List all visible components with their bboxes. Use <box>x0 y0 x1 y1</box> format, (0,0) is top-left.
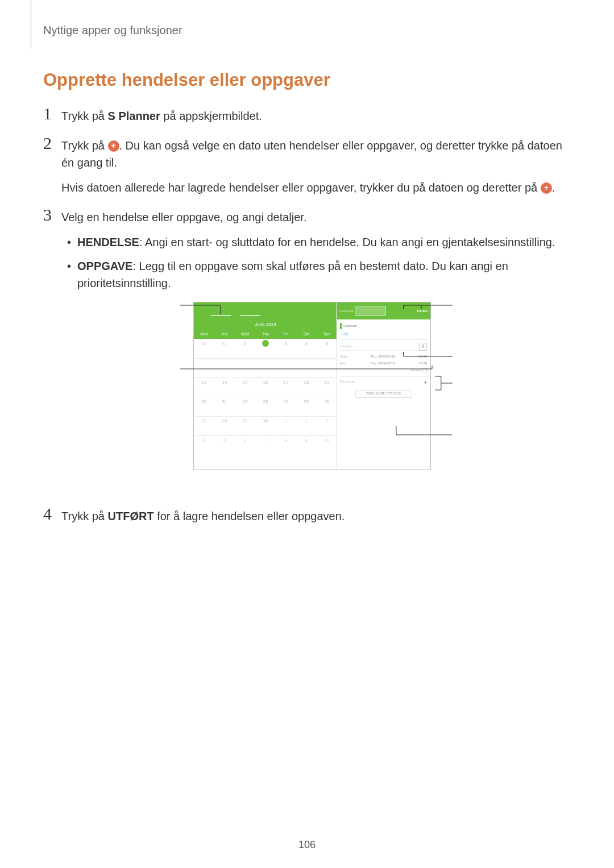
calendar-day: 2 <box>296 416 317 435</box>
map-pin-icon[interactable]: ⚲ <box>419 343 427 351</box>
page-number: 106 <box>0 839 614 851</box>
calendar-day: 10 <box>317 435 337 455</box>
step-1: 1 Trykk på S Planner på appskjermbildet. <box>43 107 571 124</box>
text: Hvis datoen allerede har lagrede hendels… <box>61 181 541 194</box>
calendar-day: 17 <box>276 377 296 397</box>
calendar-day: 24 <box>276 397 296 416</box>
end-time: 17:00 <box>418 361 427 366</box>
reminder-label: Reminder <box>340 379 355 387</box>
calendar-day <box>296 358 317 377</box>
step-2: 2 Trykk på +. Du kan også velge en dato … <box>43 137 571 196</box>
step-number: 4 <box>43 505 61 522</box>
reminder-row[interactable]: Reminder + <box>340 376 427 387</box>
calendar-grid: 30 31 1 2 3 4 5 <box>194 339 337 455</box>
calendar-day: 1 <box>276 416 296 435</box>
calendar-day: 18 <box>296 377 317 397</box>
day-header: Fri <box>276 331 296 338</box>
step-body: Trykk på +. Du kan også velge en dato ut… <box>61 137 571 196</box>
all-day-checkbox[interactable] <box>422 368 427 372</box>
end-date-row[interactable]: End Thu, 02/06/2014 17:00 <box>340 361 427 366</box>
calendar-day <box>276 358 296 377</box>
step-4: 4 Trykk på UTFØRT for å lagre hendelsen … <box>43 508 571 525</box>
text: . Du kan også velge en dato uten hendels… <box>61 139 562 169</box>
calendar-day: 3 <box>317 416 337 435</box>
text: Velg en hendelse eller oppgave, og angi … <box>61 209 571 226</box>
day-header: Sat <box>296 331 317 338</box>
step-body: Trykk på UTFØRT for å lagre hendelsen el… <box>61 508 571 525</box>
day-header: Sun <box>317 331 337 338</box>
done-label: UTFØRT <box>108 510 154 522</box>
calendar-day: 3 <box>276 339 296 358</box>
all-day-row[interactable]: All day <box>340 368 427 373</box>
plus-icon: + <box>541 182 552 194</box>
calendar-day: 30 <box>255 416 276 435</box>
calendar-day <box>317 358 337 377</box>
title-input[interactable]: Title <box>340 330 427 339</box>
step-body: Velg en hendelse eller oppgave, og angi … <box>61 209 571 495</box>
step-3: 3 Velg en hendelse eller oppgave, og ang… <box>43 209 571 495</box>
calendar-day: 6 <box>235 435 255 455</box>
diagram: Velg et element. Legg ved et kart som vi… <box>61 302 571 484</box>
calendar-day: 31 <box>214 339 235 358</box>
calendar-day <box>214 358 235 377</box>
text: Trykk på <box>61 510 108 522</box>
bullet-event: HENDELSE: Angi en start- og sluttdato fo… <box>61 234 571 251</box>
start-value: Thu, 02/06/2014 <box>370 354 395 359</box>
calendar-day: 27 <box>194 416 214 435</box>
calendar-tab-indicator <box>240 315 260 316</box>
calendar-day-headers: Mon Tue Wed Thu Fri Sat Sun <box>194 330 337 339</box>
calendar-day: 28 <box>214 416 235 435</box>
page-container: Nyttige apper og funksjoner Opprette hen… <box>0 0 614 525</box>
day-header: Mon <box>194 331 214 338</box>
day-header: Thu <box>255 331 276 338</box>
calendar-day-today: 2 <box>255 339 276 358</box>
calendar-day: 14 <box>214 377 235 397</box>
left-margin-rule <box>31 0 31 49</box>
text: på appskjermbildet. <box>160 110 262 122</box>
calendar-day: 15 <box>235 377 255 397</box>
section-title: Opprette hendelser eller oppgaver <box>43 70 571 90</box>
calendar-day: 23 <box>255 397 276 416</box>
calendar-day: 26 <box>317 397 337 416</box>
calendar-field[interactable]: Calendar <box>340 323 427 329</box>
day-header: Tue <box>214 331 235 338</box>
bullet-label: OPPGAVE <box>77 260 132 272</box>
step-number: 2 <box>43 135 61 152</box>
text: . <box>552 181 555 194</box>
calendar-day: 9 <box>296 435 317 455</box>
done-button[interactable]: DONE <box>417 309 428 314</box>
calendar-day: 30 <box>194 339 214 358</box>
calendar-pane: June 2014 Mon Tue Wed Thu Fri Sat Sun <box>194 302 337 470</box>
calendar-month-label: June 2014 <box>194 319 337 330</box>
bullet-task: OPPGAVE: Legg til en oppgave som skal ut… <box>61 258 571 292</box>
step-number: 3 <box>43 206 61 223</box>
step-body: Trykk på S Planner på appskjermbildet. <box>61 107 571 124</box>
add-reminder-icon[interactable]: + <box>424 379 427 387</box>
calendar-day: 25 <box>296 397 317 416</box>
cancel-button[interactable]: CANCEL <box>339 309 354 314</box>
calendar-day: 16 <box>255 377 276 397</box>
location-input[interactable]: Location ⚲ <box>340 343 427 351</box>
calendar-selector-box[interactable] <box>355 306 386 316</box>
text: for å lagre hendelsen eller oppgaven. <box>154 510 345 522</box>
text: : Legg til en oppgave som skal utføres p… <box>77 260 508 289</box>
step-number: 1 <box>43 105 61 122</box>
start-label: Start <box>340 354 347 359</box>
event-form-topbar: CANCEL DONE <box>337 302 430 319</box>
calendar-day: 1 <box>235 339 255 358</box>
calendar-day: 22 <box>235 397 255 416</box>
calendar-day: 4 <box>194 435 214 455</box>
calendar-day: 20 <box>194 397 214 416</box>
calendar-day: 13 <box>194 377 214 397</box>
running-header: Nyttige apper og funksjoner <box>43 24 571 37</box>
calendar-day: 5 <box>214 435 235 455</box>
all-day-label: All day <box>410 368 421 373</box>
start-time: 16:00 <box>418 354 427 359</box>
view-more-options-button[interactable]: VIEW MORE OPTIONS <box>355 390 412 398</box>
calendar-day: 7 <box>255 435 276 455</box>
calendar-day: 5 <box>317 339 337 358</box>
calendar-day <box>235 358 255 377</box>
start-date-row[interactable]: Start Thu, 02/06/2014 16:00 <box>340 354 427 359</box>
calendar-day <box>255 358 276 377</box>
calendar-day: 19 <box>317 377 337 397</box>
